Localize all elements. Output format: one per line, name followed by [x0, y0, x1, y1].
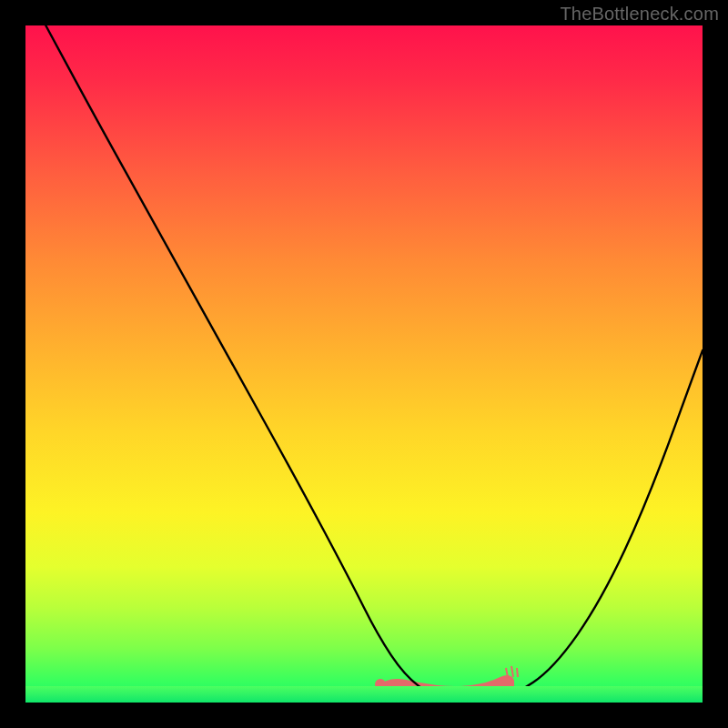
green-baseline-band [25, 686, 703, 703]
plot-area [25, 25, 703, 703]
watermark-text: TheBottleneck.com [560, 4, 719, 25]
curve-svg [25, 25, 703, 703]
chart-frame: TheBottleneck.com [0, 0, 728, 728]
main-curve-path [46, 25, 703, 699]
